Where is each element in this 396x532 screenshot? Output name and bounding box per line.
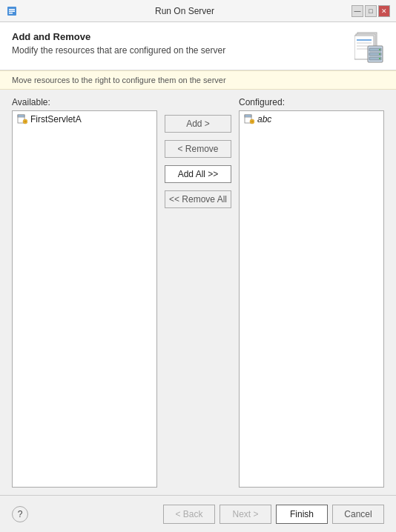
svg-point-16 xyxy=(379,53,380,55)
header-section: Add and Remove Modify the resources that… xyxy=(0,22,396,70)
header-subtitle: Modify the resources that are configured… xyxy=(12,45,347,56)
configured-item-name: abc xyxy=(257,114,271,124)
dialog-content: Add and Remove Modify the resources that… xyxy=(0,22,396,532)
minimize-button[interactable]: — xyxy=(352,5,363,17)
remove-button[interactable]: < Remove xyxy=(165,140,231,158)
bottom-left: ? xyxy=(12,506,28,522)
transfer-area: Available: FirstServletA Add > < Remove xyxy=(0,90,396,495)
server-document-icon xyxy=(354,31,384,61)
maximize-button[interactable]: □ xyxy=(365,5,377,17)
bottom-right: < Back Next > Finish Cancel xyxy=(163,505,384,524)
bottom-bar: ? < Back Next > Finish Cancel xyxy=(0,495,396,532)
add-button[interactable]: Add > xyxy=(165,115,231,133)
help-button[interactable]: ? xyxy=(12,506,28,522)
header-text: Add and Remove Modify the resources that… xyxy=(12,31,347,56)
titlebar-app-icon xyxy=(6,5,18,17)
svg-rect-2 xyxy=(9,10,15,12)
buttons-column: Add > < Remove Add All >> << Remove All xyxy=(157,97,239,488)
remove-all-button[interactable]: << Remove All xyxy=(165,190,231,208)
titlebar-controls[interactable]: — □ ✕ xyxy=(352,5,390,17)
svg-rect-19 xyxy=(18,115,24,117)
configured-label: Configured: xyxy=(239,97,384,107)
finish-button[interactable]: Finish xyxy=(276,505,328,524)
list-item[interactable]: FirstServletA xyxy=(14,113,155,126)
titlebar: Run On Server — □ ✕ xyxy=(0,0,396,22)
svg-point-17 xyxy=(379,58,380,59)
configured-list[interactable]: abc xyxy=(239,110,384,488)
titlebar-title: Run On Server xyxy=(18,6,352,16)
available-item-name: FirstServletA xyxy=(30,114,82,124)
back-button[interactable]: < Back xyxy=(163,505,215,524)
svg-rect-3 xyxy=(9,13,13,14)
configured-panel: Configured: abc xyxy=(239,97,384,488)
instruction-bar: Move resources to the right to configure… xyxy=(0,70,396,90)
instruction-text: Move resources to the right to configure… xyxy=(12,76,226,84)
add-all-button[interactable]: Add All >> xyxy=(165,165,231,183)
list-item[interactable]: abc xyxy=(241,113,382,126)
svg-point-15 xyxy=(379,49,380,50)
cancel-button[interactable]: Cancel xyxy=(332,505,384,524)
header-title: Add and Remove xyxy=(12,31,347,42)
svg-rect-1 xyxy=(9,9,15,10)
available-list[interactable]: FirstServletA xyxy=(12,110,157,488)
servlet-icon xyxy=(244,114,254,124)
next-button[interactable]: Next > xyxy=(220,505,271,524)
servlet-icon xyxy=(17,114,27,124)
available-label: Available: xyxy=(12,97,157,107)
available-panel: Available: FirstServletA xyxy=(12,97,157,488)
svg-rect-24 xyxy=(245,115,251,117)
close-button[interactable]: ✕ xyxy=(378,5,390,17)
